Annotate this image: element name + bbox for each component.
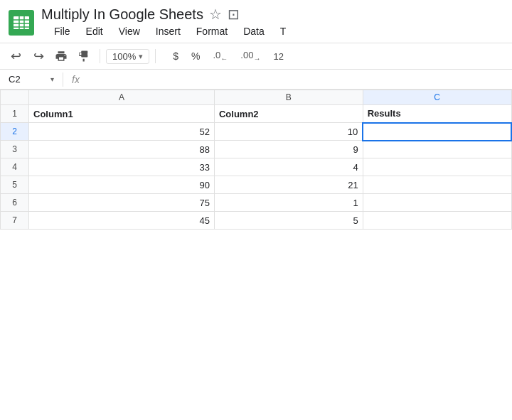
cell-b1[interactable]: Column2 [214,105,363,123]
cell-ref-dropdown-icon: ▾ [50,75,54,83]
percent-format-button[interactable]: % [186,49,206,63]
table-row: 4334 [1,158,512,176]
share-icon[interactable]: ⊡ [228,6,240,23]
cell-b7[interactable]: 5 [214,212,363,230]
format-toolbar: $ % .0← .00→ 12 [167,48,289,64]
print-button[interactable] [51,46,71,66]
toolbar-divider-2 [155,49,156,63]
cell-a5[interactable]: 90 [29,176,215,194]
menu-bar: File Edit View Insert Format Data T [41,23,503,40]
menu-insert[interactable]: Insert [149,23,188,40]
spreadsheet: A B C 1Column1Column2Results252103889433… [0,90,512,230]
redo-button[interactable]: ↪ [28,46,48,66]
cell-c2[interactable] [363,123,511,141]
col-header-b[interactable]: B [214,90,363,105]
decimal-reduce-button[interactable]: .0← [208,48,234,64]
decimal-add-button[interactable]: .00→ [235,48,266,64]
cell-c1[interactable]: Results [363,105,511,123]
menu-file[interactable]: File [47,23,78,40]
cell-c6[interactable] [363,194,511,212]
toolbar-divider-1 [100,49,100,63]
cell-a1[interactable]: Column1 [29,105,215,123]
cell-c7[interactable] [363,212,511,230]
table-row: 25210 [1,123,512,141]
cell-b4[interactable]: 4 [214,158,363,176]
redo-icon: ↪ [33,48,44,64]
corner-header [1,90,29,105]
toolbar: ↩ ↪ 100% ▾ $ % .0← .00→ 12 [0,43,512,70]
row-header-4[interactable]: 4 [1,158,29,176]
cell-c3[interactable] [363,141,511,158]
cell-reference-text: C2 [9,74,21,85]
row-header-2[interactable]: 2 [1,123,29,141]
title-section: Multiply In Google Sheets ☆ ⊡ File Edit … [41,6,503,40]
undo-icon: ↩ [11,48,21,64]
cell-b2[interactable]: 10 [214,123,363,141]
menu-format[interactable]: Format [189,23,235,40]
col-header-a[interactable]: A [29,90,215,105]
zoom-arrow-icon: ▾ [139,52,143,61]
app-icon [9,10,34,36]
undo-button[interactable]: ↩ [6,46,26,66]
zoom-level: 100% [112,51,136,62]
table-row: 59021 [1,176,512,194]
menu-data[interactable]: Data [236,23,272,40]
cell-c5[interactable] [363,176,511,194]
paint-format-icon [78,50,90,63]
cell-a2[interactable]: 52 [29,123,215,141]
row-header-1[interactable]: 1 [1,105,29,123]
grid-container: A B C 1Column1Column2Results252103889433… [0,90,512,230]
menu-view[interactable]: View [112,23,147,40]
zoom-control[interactable]: 100% ▾ [106,49,149,64]
decimal0-label: .0 [213,50,221,60]
cell-reference-box[interactable]: C2 ▾ [3,71,60,87]
more-formats-button[interactable]: 12 [267,50,289,63]
cell-a3[interactable]: 88 [29,141,215,158]
menu-more[interactable]: T [273,23,294,40]
table-row: 3889 [1,141,512,158]
doc-title-text[interactable]: Multiply In Google Sheets [41,6,203,23]
row-header-6[interactable]: 6 [1,194,29,212]
formula-input[interactable] [88,74,509,85]
decimal00-label: .00 [240,50,253,60]
menu-edit[interactable]: Edit [79,23,110,40]
grid-body: 1Column1Column2Results252103889433459021… [1,105,512,230]
dollar-format-button[interactable]: $ [167,49,184,63]
svg-rect-7 [83,59,85,62]
table-row: 1Column1Column2Results [1,105,512,123]
column-header-row: A B C [1,90,512,105]
fx-label: fx [66,74,85,85]
cell-a4[interactable]: 33 [29,158,215,176]
cell-a7[interactable]: 45 [29,212,215,230]
cell-c4[interactable] [363,158,511,176]
formula-bar: C2 ▾ fx [0,70,512,90]
title-bar: Multiply In Google Sheets ☆ ⊡ File Edit … [0,0,512,43]
cell-b5[interactable]: 21 [214,176,363,194]
star-icon[interactable]: ☆ [209,6,222,23]
formula-bar-divider [63,72,63,87]
print-icon [55,50,68,63]
table-row: 7455 [1,212,512,230]
row-header-7[interactable]: 7 [1,212,29,230]
cell-b6[interactable]: 1 [214,194,363,212]
row-header-5[interactable]: 5 [1,176,29,194]
table-row: 6751 [1,194,512,212]
doc-title: Multiply In Google Sheets ☆ ⊡ [41,6,503,23]
paint-format-button[interactable] [74,46,94,66]
row-header-3[interactable]: 3 [1,141,29,158]
col-header-c[interactable]: C [363,90,511,105]
cell-a6[interactable]: 75 [29,194,215,212]
cell-b3[interactable]: 9 [214,141,363,158]
